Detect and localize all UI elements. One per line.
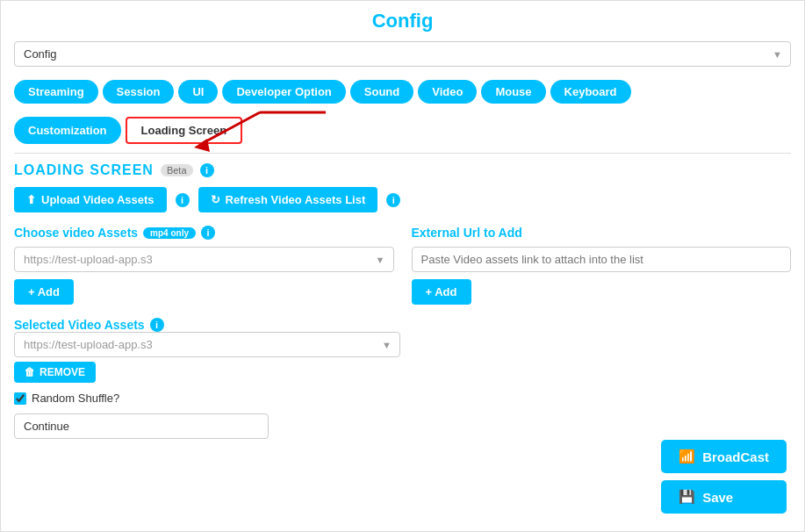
config-dropdown-wrapper: Config xyxy=(14,41,791,67)
mp4-badge: mp4 only xyxy=(143,227,196,239)
upload-video-assets-button[interactable]: ⬆ Upload Video Assets xyxy=(14,187,167,212)
broadcast-button[interactable]: 📶 BroadCast xyxy=(661,440,787,473)
random-shuffle-row: Random Shuffle? xyxy=(14,392,791,405)
refresh-video-assets-button[interactable]: ↻ Refresh Video Assets List xyxy=(198,187,378,212)
tab-streaming[interactable]: Streaming xyxy=(14,80,98,104)
section-header: LOADING SCREEN Beta i xyxy=(14,162,791,178)
beta-badge: Beta xyxy=(161,164,193,176)
add-external-url-button[interactable]: + Add xyxy=(412,279,471,305)
section-info-icon[interactable]: i xyxy=(200,163,214,177)
tab-sound[interactable]: Sound xyxy=(350,80,413,104)
remove-icon: 🗑 xyxy=(25,366,35,378)
add-video-button[interactable]: + Add xyxy=(14,279,74,305)
tab-video[interactable]: Video xyxy=(418,80,477,104)
selected-video-dropdown-wrapper: https://test-upload-app.s3 xyxy=(14,332,400,357)
section-title: LOADING SCREEN xyxy=(14,162,154,178)
tab-developer-option[interactable]: Developer Option xyxy=(222,80,345,104)
config-dropdown-row: Config xyxy=(14,41,791,67)
tab-customization[interactable]: Customization xyxy=(14,117,121,144)
refresh-info-icon[interactable]: i xyxy=(386,193,400,207)
page-title: Config xyxy=(14,10,791,32)
bottom-buttons: 📶 BroadCast 💾 Save xyxy=(661,440,787,514)
refresh-icon: ↻ xyxy=(211,193,220,206)
page-wrapper: Config Config Streaming Session UI Devel… xyxy=(0,0,805,532)
tabs-row: Streaming Session UI Developer Option So… xyxy=(14,75,791,108)
choose-video-section: Choose video Assets mp4 only i https://t… xyxy=(14,226,394,305)
selected-video-label: Selected Video Assets i xyxy=(14,318,791,332)
choose-video-label: Choose video Assets mp4 only i xyxy=(14,226,394,240)
upload-icon: ⬆ xyxy=(26,193,36,206)
tab-session[interactable]: Session xyxy=(103,80,175,104)
selected-video-section: Selected Video Assets i https://test-upl… xyxy=(14,318,791,383)
tab-mouse[interactable]: Mouse xyxy=(481,80,545,104)
tab-ui[interactable]: UI xyxy=(178,80,218,104)
action-buttons-row: ⬆ Upload Video Assets i ↻ Refresh Video … xyxy=(14,187,791,212)
choose-video-info-icon[interactable]: i xyxy=(201,226,215,240)
selected-video-dropdown[interactable]: https://test-upload-app.s3 xyxy=(14,332,400,357)
tabs-row-2: Customization Loading Screen xyxy=(14,112,791,148)
save-button[interactable]: 💾 Save xyxy=(661,480,787,514)
choose-video-dropdown[interactable]: https://test-upload-app.s3 xyxy=(14,247,394,272)
random-shuffle-label: Random Shuffle? xyxy=(32,392,119,405)
selected-video-info-icon[interactable]: i xyxy=(150,318,164,332)
external-url-section: External Url to Add + Add xyxy=(412,226,792,305)
continue-input[interactable] xyxy=(14,413,269,439)
section-divider xyxy=(14,153,791,154)
save-icon: 💾 xyxy=(679,489,695,505)
tab-keyboard[interactable]: Keyboard xyxy=(550,80,631,104)
upload-info-icon[interactable]: i xyxy=(176,193,190,207)
tab-loading-screen[interactable]: Loading Screen xyxy=(126,117,243,144)
random-shuffle-checkbox[interactable] xyxy=(14,392,26,405)
external-url-input[interactable] xyxy=(412,247,792,272)
broadcast-icon: 📶 xyxy=(679,449,695,464)
remove-button[interactable]: 🗑 REMOVE xyxy=(14,362,96,383)
two-col-layout: Choose video Assets mp4 only i https://t… xyxy=(14,226,791,305)
choose-video-dropdown-wrapper: https://test-upload-app.s3 xyxy=(14,247,394,272)
config-dropdown[interactable]: Config xyxy=(14,41,791,67)
external-url-label: External Url to Add xyxy=(412,226,792,240)
